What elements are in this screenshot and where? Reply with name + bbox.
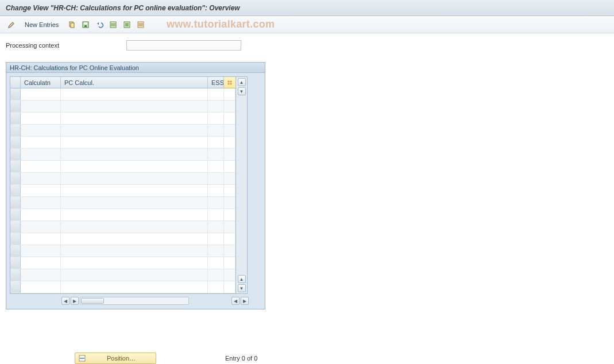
cell-pc-calcul[interactable]: [61, 257, 208, 269]
grid-horizontal-scrollbar[interactable]: ◀ ▶ ◀ ▶: [10, 295, 262, 307]
cell-pc-calcul[interactable]: [61, 88, 208, 100]
cell-pc-calcul[interactable]: [61, 233, 208, 245]
cell-calculatn[interactable]: [21, 161, 61, 172]
table-row[interactable]: [10, 161, 235, 173]
cell-calculatn[interactable]: [21, 88, 61, 100]
cell-pc-calcul[interactable]: [61, 281, 208, 293]
table-row[interactable]: [10, 173, 235, 185]
scroll-first-icon[interactable]: ◀: [61, 297, 69, 305]
save-variant-icon[interactable]: [80, 19, 91, 30]
cell-ess[interactable]: [208, 149, 224, 160]
select-all-icon[interactable]: [107, 19, 119, 30]
undo-icon[interactable]: [94, 19, 105, 30]
table-row[interactable]: [10, 209, 235, 221]
cell-ess[interactable]: [208, 125, 224, 136]
cell-pc-calcul[interactable]: [61, 209, 208, 220]
scroll-down-icon[interactable]: ▼: [238, 284, 246, 292]
table-row[interactable]: [10, 149, 235, 161]
row-selector[interactable]: [10, 137, 21, 148]
cell-ess[interactable]: [208, 88, 224, 100]
scroll-up-icon[interactable]: ▲: [238, 78, 246, 86]
scroll-left-icon[interactable]: ▶: [71, 297, 79, 305]
row-selector[interactable]: [10, 173, 21, 184]
edit-pencil-icon[interactable]: [6, 19, 17, 30]
copy-icon[interactable]: [66, 19, 78, 30]
cell-ess[interactable]: [208, 161, 224, 172]
cell-calculatn[interactable]: [21, 185, 61, 196]
cell-pc-calcul[interactable]: [61, 100, 208, 112]
cell-pc-calcul[interactable]: [61, 185, 208, 196]
cell-calculatn[interactable]: [21, 149, 61, 160]
table-row[interactable]: [10, 257, 235, 269]
hscroll-thumb[interactable]: [81, 298, 104, 304]
row-selector[interactable]: [10, 269, 21, 281]
new-entries-button[interactable]: New Entries: [20, 19, 64, 30]
cell-calculatn[interactable]: [21, 113, 61, 124]
cell-pc-calcul[interactable]: [61, 125, 208, 136]
table-row[interactable]: [10, 281, 235, 293]
processing-context-input[interactable]: [126, 40, 241, 51]
column-header-calculatn[interactable]: Calculatn: [21, 77, 61, 88]
position-button[interactable]: Position…: [75, 353, 156, 364]
grid-vertical-scrollbar[interactable]: ▲ ▼ ▲ ▼: [236, 76, 248, 294]
cell-ess[interactable]: [208, 173, 224, 184]
cell-ess[interactable]: [208, 185, 224, 196]
cell-ess[interactable]: [208, 245, 224, 257]
table-settings-icon[interactable]: [224, 77, 235, 88]
cell-calculatn[interactable]: [21, 245, 61, 257]
table-row[interactable]: [10, 88, 235, 100]
scroll-up-step-icon[interactable]: ▲: [238, 275, 246, 283]
cell-calculatn[interactable]: [21, 281, 61, 293]
row-selector[interactable]: [10, 281, 21, 293]
table-row[interactable]: [10, 125, 235, 137]
cell-ess[interactable]: [208, 197, 224, 208]
grid-select-all[interactable]: [10, 77, 21, 88]
cell-calculatn[interactable]: [21, 209, 61, 220]
cell-pc-calcul[interactable]: [61, 245, 208, 257]
deselect-icon[interactable]: [135, 19, 146, 30]
row-selector[interactable]: [10, 197, 21, 208]
table-row[interactable]: [10, 197, 235, 209]
row-selector[interactable]: [10, 221, 21, 233]
cell-calculatn[interactable]: [21, 257, 61, 269]
scroll-down-step-icon[interactable]: ▼: [238, 87, 246, 95]
cell-ess[interactable]: [208, 137, 224, 148]
cell-pc-calcul[interactable]: [61, 269, 208, 281]
cell-pc-calcul[interactable]: [61, 149, 208, 160]
cell-pc-calcul[interactable]: [61, 137, 208, 148]
cell-calculatn[interactable]: [21, 100, 61, 112]
table-row[interactable]: [10, 113, 235, 125]
cell-calculatn[interactable]: [21, 221, 61, 233]
cell-ess[interactable]: [208, 281, 224, 293]
cell-ess[interactable]: [208, 221, 224, 233]
cell-ess[interactable]: [208, 113, 224, 124]
cell-pc-calcul[interactable]: [61, 113, 208, 124]
row-selector[interactable]: [10, 161, 21, 172]
cell-calculatn[interactable]: [21, 173, 61, 184]
cell-calculatn[interactable]: [21, 125, 61, 136]
row-selector[interactable]: [10, 100, 21, 112]
cell-ess[interactable]: [208, 100, 224, 112]
row-selector[interactable]: [10, 113, 21, 124]
row-selector[interactable]: [10, 245, 21, 257]
column-header-pc-calcul[interactable]: PC Calcul.: [61, 77, 208, 88]
cell-pc-calcul[interactable]: [61, 161, 208, 172]
cell-pc-calcul[interactable]: [61, 221, 208, 233]
table-row[interactable]: [10, 269, 235, 281]
cell-pc-calcul[interactable]: [61, 197, 208, 208]
row-selector[interactable]: [10, 125, 21, 136]
hscroll-track[interactable]: [80, 297, 189, 305]
row-selector[interactable]: [10, 149, 21, 160]
row-selector[interactable]: [10, 209, 21, 220]
cell-calculatn[interactable]: [21, 233, 61, 245]
table-row[interactable]: [10, 100, 235, 113]
scroll-last-icon[interactable]: ▶: [241, 297, 249, 305]
cell-calculatn[interactable]: [21, 137, 61, 148]
cell-ess[interactable]: [208, 233, 224, 245]
cell-pc-calcul[interactable]: [61, 173, 208, 184]
cell-ess[interactable]: [208, 269, 224, 281]
column-header-ess[interactable]: ESS: [208, 77, 224, 88]
cell-ess[interactable]: [208, 257, 224, 269]
cell-calculatn[interactable]: [21, 197, 61, 208]
table-row[interactable]: [10, 185, 235, 197]
